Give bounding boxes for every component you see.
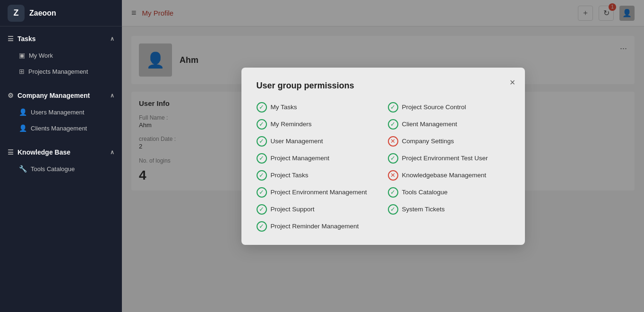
sidebar-section-tasks-header[interactable]: ☰ Tasks ∧ — [0, 30, 122, 47]
permission-label-project-management: Project Management — [271, 155, 330, 162]
permission-my-tasks: ✓My Tasks — [257, 102, 378, 113]
denied-icon: ✕ — [388, 170, 398, 181]
allowed-icon: ✓ — [257, 136, 267, 147]
permission-label-user-management: User Management — [271, 138, 323, 145]
sidebar-item-projects-management[interactable]: ⊞ Projects Management — [0, 63, 122, 79]
permission-system-tickets: ✓System Tickets — [388, 204, 510, 215]
permission-label-project-tasks: Project Tasks — [271, 172, 309, 179]
modal-title: User group permissions — [257, 81, 510, 91]
clients-label: Clients Management — [31, 125, 87, 132]
app-name: Zaeoon — [29, 9, 56, 17]
allowed-icon: ✓ — [257, 153, 267, 164]
allowed-icon: ✓ — [388, 187, 398, 198]
permission-project-management: ✓Project Management — [257, 153, 378, 164]
users-label: Users Management — [31, 109, 84, 116]
sidebar-section-knowledge-base: ☰ Knowledge Base ∧ 🔧 Tools Catalogue — [0, 140, 122, 181]
projects-label: Projects Management — [28, 68, 88, 75]
allowed-icon: ✓ — [257, 221, 267, 232]
allowed-icon: ✓ — [388, 102, 398, 113]
denied-icon: ✕ — [388, 136, 398, 147]
clients-icon: 👤 — [19, 124, 27, 132]
allowed-icon: ✓ — [257, 170, 267, 181]
permissions-modal: User group permissions × ✓My Tasks✓Proje… — [241, 68, 525, 245]
permission-project-support: ✓Project Support — [257, 204, 378, 215]
allowed-icon: ✓ — [388, 119, 398, 130]
company-chevron: ∧ — [110, 92, 114, 99]
permission-tools-catalogue: ✓Tools Catalogue — [388, 187, 510, 198]
permission-knowledgebase-management: ✕Knowledgebase Management — [388, 170, 510, 181]
sidebar-item-clients-management[interactable]: 👤 Clients Management — [0, 120, 122, 136]
kb-icon: ☰ — [8, 148, 14, 156]
projects-icon: ⊞ — [19, 68, 25, 75]
permission-company-settings: ✕Company Settings — [388, 136, 510, 147]
modal-close-button[interactable]: × — [510, 77, 515, 88]
permission-label-project-reminder-management: Project Reminder Management — [271, 223, 359, 230]
permission-project-reminder-management: ✓Project Reminder Management — [257, 221, 378, 232]
company-section-label: Company Management — [17, 92, 90, 99]
permission-label-system-tickets: System Tickets — [402, 206, 445, 213]
permission-label-knowledgebase-management: Knowledgebase Management — [402, 172, 487, 179]
modal-overlay: User group permissions × ✓My Tasks✓Proje… — [122, 0, 644, 312]
sidebar: Z Zaeoon ☰ Tasks ∧ ▣ My Work ⊞ Projects … — [0, 0, 122, 312]
sidebar-item-tools-catalogue[interactable]: 🔧 Tools Catalogue — [0, 161, 122, 177]
permission-user-management: ✓User Management — [257, 136, 378, 147]
permission-project-tasks: ✓Project Tasks — [257, 170, 378, 181]
permission-project-environment-management: ✓Project Environment Management — [257, 187, 378, 198]
permission-label-tools-catalogue: Tools Catalogue — [402, 189, 448, 196]
permission-label-my-tasks: My Tasks — [271, 104, 297, 111]
sidebar-section-company: ⚙ Company Management ∧ 👤 Users Managemen… — [0, 83, 122, 140]
sidebar-section-tasks: ☰ Tasks ∧ ▣ My Work ⊞ Projects Managemen… — [0, 26, 122, 83]
kb-chevron: ∧ — [110, 149, 114, 156]
company-icon: ⚙ — [8, 92, 14, 99]
allowed-icon: ✓ — [257, 187, 267, 198]
sidebar-section-kb-header[interactable]: ☰ Knowledge Base ∧ — [0, 144, 122, 161]
my-work-label: My Work — [29, 52, 53, 59]
tasks-icon: ☰ — [8, 35, 14, 43]
permission-project-source-control: ✓Project Source Control — [388, 102, 510, 113]
tools-icon: 🔧 — [19, 165, 27, 173]
permission-label-project-environment-test-user: Project Environment Test User — [402, 155, 488, 162]
allowed-icon: ✓ — [257, 102, 267, 113]
allowed-icon: ✓ — [257, 119, 267, 130]
permission-my-reminders: ✓My Reminders — [257, 119, 378, 130]
permission-client-management: ✓Client Management — [388, 119, 510, 130]
permissions-grid: ✓My Tasks✓Project Source Control✓My Remi… — [257, 102, 510, 232]
permission-label-company-settings: Company Settings — [402, 138, 454, 145]
my-work-icon: ▣ — [19, 52, 25, 59]
permission-label-project-source-control: Project Source Control — [402, 104, 466, 111]
sidebar-item-my-work[interactable]: ▣ My Work — [0, 47, 122, 63]
sidebar-item-users-management[interactable]: 👤 Users Management — [0, 104, 122, 120]
tools-label: Tools Catalogue — [31, 165, 75, 173]
tasks-section-label: Tasks — [17, 35, 36, 43]
main-content: ≡ My Profile ＋ ↻ 1 👤 👤 Ahm ··· User Info… — [122, 0, 644, 312]
allowed-icon: ✓ — [388, 204, 398, 215]
kb-section-label: Knowledge Base — [17, 148, 70, 156]
sidebar-section-company-header[interactable]: ⚙ Company Management ∧ — [0, 87, 122, 104]
users-icon: 👤 — [19, 108, 27, 116]
permission-project-environment-test-user: ✓Project Environment Test User — [388, 153, 510, 164]
tasks-chevron: ∧ — [110, 35, 114, 42]
allowed-icon: ✓ — [257, 204, 267, 215]
permission-label-project-environment-management: Project Environment Management — [271, 189, 367, 196]
logo-icon: Z — [8, 5, 25, 22]
permission-label-client-management: Client Management — [402, 121, 457, 128]
permission-label-project-support: Project Support — [271, 206, 315, 213]
allowed-icon: ✓ — [388, 153, 398, 164]
sidebar-logo[interactable]: Z Zaeoon — [0, 0, 122, 26]
permission-label-my-reminders: My Reminders — [271, 121, 312, 128]
